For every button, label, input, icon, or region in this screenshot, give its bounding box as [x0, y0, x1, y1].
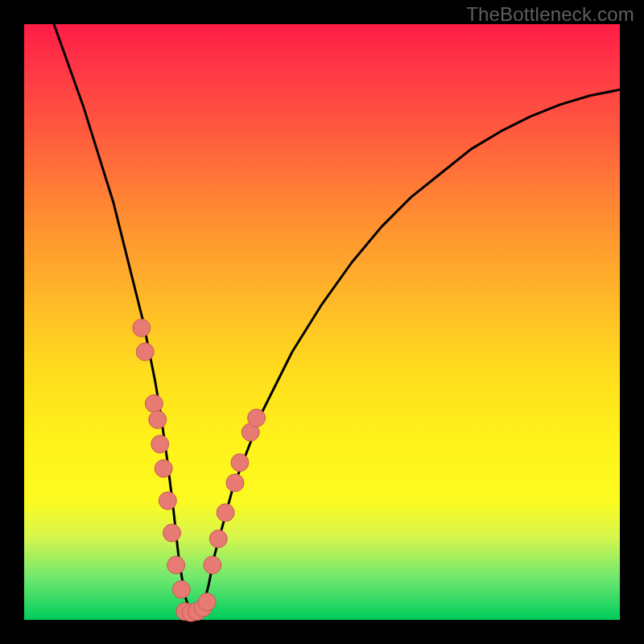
chart-frame: TheBottleneck.com: [0, 0, 644, 644]
plot-gradient-background: [24, 24, 620, 620]
data-marker: [155, 460, 172, 477]
data-marker: [167, 556, 185, 574]
data-marker: [136, 343, 154, 361]
data-marker: [231, 454, 249, 472]
data-marker: [248, 409, 266, 427]
chart-svg: [24, 24, 620, 620]
data-marker: [145, 394, 163, 412]
data-marker: [204, 556, 221, 574]
markers-left-branch: [133, 319, 191, 598]
data-marker: [151, 436, 169, 453]
data-marker: [149, 411, 167, 428]
data-marker: [172, 580, 190, 598]
data-marker: [209, 530, 227, 547]
markers-right-branch: [204, 409, 266, 574]
data-marker: [226, 474, 244, 492]
data-marker: [163, 524, 181, 542]
data-marker: [217, 504, 234, 522]
data-marker: [159, 492, 176, 510]
data-marker: [198, 593, 216, 611]
data-marker: [133, 319, 151, 336]
watermark-label: TheBottleneck.com: [466, 3, 634, 26]
bottleneck-curve: [54, 24, 620, 614]
